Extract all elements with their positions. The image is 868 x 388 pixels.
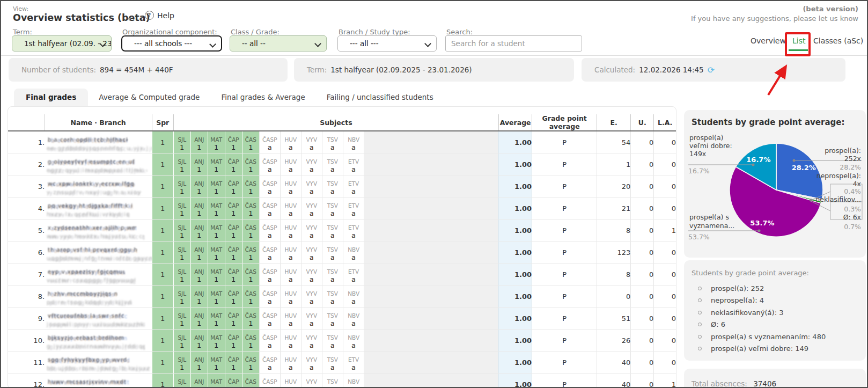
gpa-summary-item: prospel(a) veľmi dobre: 149 [698,343,858,355]
pie-callout-label: 28.2% [840,163,861,171]
row-number: 8. [8,285,45,308]
calculated-card: Calculated: 12.02.2026 14:45 ⟳ [582,58,845,82]
chevron-down-icon [209,41,216,48]
gpa-pie-card: Students by grade point average: 28.2%53… [684,110,866,258]
students-count-card: Number of students: 894 = 454M + 440F [9,58,288,82]
student-name-redacted: x zydsenathh xer ajlih p wmww yyo hevktx… [45,219,152,241]
row-number: 6. [8,241,45,263]
branch-study-select[interactable]: --- all --- [337,35,437,52]
row-number: 1. [8,131,45,153]
row-number: 7. [8,263,45,285]
student-name-redacted: wc xpw lonkrk y ecrxw lfgqoanicy znsupf … [45,175,152,197]
gpa-summary-item: prospel(a): 252 [698,282,858,295]
overview-statistics-window: View: Overview statistics (beta) ▾ ? Hel… [0,0,868,388]
col-la: L.A. [654,114,676,131]
table-row[interactable]: 10.bjksyzjo erbast brdlhom g jycxxxbnirn… [8,330,676,352]
student-name-redacted: eyp v xpaezlsy fgicqmuusvuctwr csxqpgp f… [45,263,152,285]
table-header-row: Name · Branch Spr Subjects Average Grade… [8,114,676,131]
branch-study-label: Branch / Study type: [339,28,410,36]
content-tab-1[interactable]: Average & Computed grade [88,89,210,106]
gpa-pie-chart[interactable] [684,110,866,258]
table-row[interactable]: 8.h zhv mccmboyzjiqs nlgk nf vbpd re tso… [8,285,676,308]
student-name-redacted: bjksyzjo erbast brdlhom g jycxxxbnirnawh… [45,330,152,352]
table-row[interactable]: 2.g olyoeyfvyf esumptc en ufwomegzz qyul… [8,153,676,175]
gpa-summary-item: neprospel(a): 4 [698,295,858,307]
table-row[interactable]: 7.eyp v xpaezlsy fgicqmuusvuctwr csxqpgp… [8,263,676,285]
table-row[interactable]: 3.wc xpw lonkrk y ecrxw lfgqoanicy znsup… [8,175,676,197]
col-u: U. [631,114,654,131]
row-number: 10. [8,330,45,352]
gpa-summary-list: prospel(a): 252neprospel(a): 4neklasifik… [692,282,858,355]
final-grades-table: Name · Branch Spr Subjects Average Grade… [8,114,676,388]
content-tab-0[interactable]: Final grades [14,89,88,106]
tab-overview[interactable]: Overview [751,36,786,45]
pie-callout-label: 16.7% [688,167,710,175]
row-number: 12. [8,374,45,388]
help-label: Help [157,11,174,20]
row-number: 3. [8,175,45,197]
view-label: View: [13,5,28,12]
term-info-card: Term: 1st halfyear (02.09.2025 - 23.01.2… [294,58,574,82]
help-button[interactable]: ? Help [145,11,174,20]
student-name-redacted: sgq fyhykyyfbxg yp wvrd slvvxxbb ujdbs r… [45,352,152,374]
beta-version-note: (beta version) [803,5,858,13]
pie-callout-label: 0.7% [844,223,861,231]
final-grades-table-card: Name · Branch Spr Subjects Average Grade… [8,106,676,388]
org-component-label: Organizational component: [122,28,217,36]
pie-callout-label: 4x [853,180,861,188]
pie-slice-percent: 28.2% [792,164,816,172]
table-row[interactable]: 12.huwv mcsasrjxvinv mxdt u huzan ldeozw… [8,374,676,388]
search-label: Search: [446,28,473,36]
col-name-branch: Name · Branch [45,114,152,131]
class-grade-select[interactable]: -- all -- [230,35,327,52]
pie-callout-label: 0.4% [844,187,861,195]
table-row[interactable]: 5.x zydsenathh xer ajlih p wmww yyo hevk… [8,219,676,241]
class-grade-label: Class / Grade: [231,28,279,36]
annotation-highlight-box [785,32,811,56]
refresh-icon[interactable]: ⟳ [708,65,715,75]
col-grade-point-average: Grade point average [532,114,597,131]
annotation-arrow [756,56,795,98]
total-absences-value: 37406 [753,379,776,388]
student-name-redacted: th arop vsf hi prvqxrd ggu hocuqgbdmwj n… [45,241,152,263]
tab-classes-asc[interactable]: Classes (aSc) [813,36,863,45]
col-subjects: Subjects [173,114,498,131]
pie-callout-label: 53.7% [688,233,710,241]
pie-callout-label: 149x [689,150,706,158]
row-number: 11. [8,352,45,374]
header-separator [1,55,868,56]
table-row[interactable]: 4.pq vekgy ht djgxka fifft k ijhhxzv lx … [8,197,676,219]
gpa-summary-card: Students by grade point average: prospel… [684,260,866,361]
pie-callout-label: vyznamena... [689,222,734,230]
col-average: Average [499,114,532,131]
student-name-redacted: g olyoeyfvyf esumptc en ufwomegzz qyul i… [45,153,152,175]
student-name-redacted: vftcuroufnbs la swr snfc joopwli pnyr ux… [45,308,152,330]
pie-slice-percent: 53.7% [750,218,774,226]
gpa-summary-title: Students by grade point average: [692,269,858,277]
student-name-redacted: pq vekgy ht djgxka fifft k ijhhxzv lx qc… [45,197,152,219]
total-absences-card: Total absences: 37406 [684,369,866,388]
gpa-summary-item: neklasifikovaný(á): 3 [698,306,858,319]
row-number: 4. [8,197,45,219]
row-number: 9. [8,308,45,330]
content-tab-3[interactable]: Failing / unclassified students [316,89,444,106]
term-select[interactable]: 1st halfyear (02.09. - 23.0 [12,35,112,52]
table-row[interactable]: 1.b a corh opdli tcb hjfhack eee gzdbddv… [8,131,676,153]
col-spr: Spr [152,114,173,131]
pie-callout-label: prospel(a): [825,147,861,155]
pie-callout-label: veľmi dobre: [689,142,732,150]
pie-callout-label: neklasifikov... [815,195,861,203]
content-tab-2[interactable]: Final grades & Average [210,89,315,106]
search-input[interactable] [445,35,582,52]
term-label: Term: [13,28,32,36]
gpa-summary-item: prospel(a) s vyznamenaním: 480 [698,331,858,343]
table-row[interactable]: 11.sgq fyhykyyfbxg yp wvrd slvvxxbb ujdb… [8,352,676,374]
student-name-redacted: b a corh opdli tcb hjfhack eee gzdbddvjs… [45,131,152,153]
chevron-down-icon [314,40,321,47]
chevron-down-icon [424,40,431,47]
org-component-select[interactable]: --- all schools --- [121,35,222,52]
table-row[interactable]: 6.th arop vsf hi prvqxrd ggu hocuqgbdmwj… [8,241,676,263]
row-number: 5. [8,219,45,241]
table-row[interactable]: 9.vftcuroufnbs la swr snfc joopwli pnyr … [8,308,676,330]
chevron-down-icon[interactable]: ▾ [128,15,131,23]
